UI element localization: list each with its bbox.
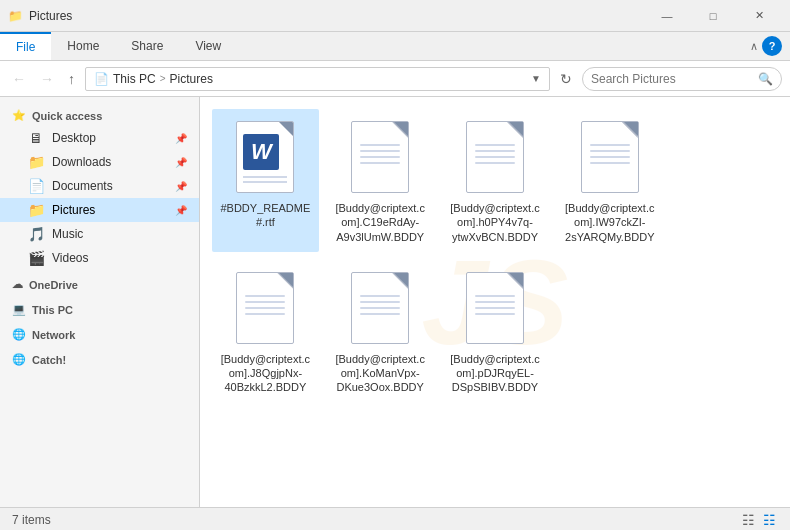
path-icon: 📄: [94, 72, 109, 86]
network-section: 🌐 Network: [0, 324, 199, 345]
sidebar: ⭐ Quick access 🖥 Desktop 📌 📁 Downloads 📌…: [0, 97, 200, 507]
sidebar-item-desktop[interactable]: 🖥 Desktop 📌: [0, 126, 199, 150]
tab-share[interactable]: Share: [115, 32, 179, 60]
active-arrow-pictures: 📌: [175, 205, 187, 216]
thispc-section: 💻 This PC: [0, 299, 199, 320]
address-path[interactable]: 📄 This PC > Pictures ▼: [85, 67, 550, 91]
star-icon: ⭐: [12, 109, 26, 122]
address-bar: ← → ↑ 📄 This PC > Pictures ▼ ↻ 🔍: [0, 61, 790, 97]
catch-section: 🌐 Catch!: [0, 349, 199, 370]
file-icon-4: [229, 268, 301, 348]
minimize-button[interactable]: —: [644, 0, 690, 32]
forward-button[interactable]: →: [36, 69, 58, 89]
desktop-icon: 🖥: [28, 130, 44, 146]
pin-icon-desktop: 📌: [175, 133, 187, 144]
file-label-5: [Buddy@criptext.com].KoManVpx-DKue3Oox.B…: [335, 352, 425, 395]
catch-label: Catch!: [32, 354, 66, 366]
videos-icon: 🎬: [28, 250, 44, 266]
word-badge: W: [243, 134, 279, 170]
onedrive-label: OneDrive: [29, 279, 78, 291]
maximize-button[interactable]: □: [690, 0, 736, 32]
catch-icon: 🌐: [12, 353, 26, 366]
file-icon-word: W: [229, 117, 301, 197]
file-item-readme[interactable]: W #BDDY_README#.rtf: [212, 109, 319, 252]
files-area: W #BDDY_README#.rtf: [200, 97, 790, 415]
file-label-3: [Buddy@criptext.com].IW97ckZI-2sYARQMy.B…: [565, 201, 655, 244]
sidebar-item-onedrive[interactable]: ☁ OneDrive: [0, 274, 199, 295]
sidebar-item-music[interactable]: 🎵 Music: [0, 222, 199, 246]
file-label-1: [Buddy@criptext.com].C19eRdAy-A9v3lUmW.B…: [335, 201, 425, 244]
pin-icon-downloads: 📌: [175, 157, 187, 168]
network-label: Network: [32, 329, 75, 341]
file-icon-2: [459, 117, 531, 197]
close-button[interactable]: ✕: [736, 0, 782, 32]
music-icon: 🎵: [28, 226, 44, 242]
file-label-0: #BDDY_README#.rtf: [220, 201, 310, 230]
sidebar-item-thispc[interactable]: 💻 This PC: [0, 299, 199, 320]
file-item-6[interactable]: [Buddy@criptext.com].pDJRqyEL-DSpSBIBV.B…: [442, 260, 549, 403]
path-thispc[interactable]: This PC: [113, 72, 156, 86]
refresh-button[interactable]: ↻: [556, 69, 576, 89]
file-label-2: [Buddy@criptext.com].h0PY4v7q-ytwXvBCN.B…: [450, 201, 540, 244]
file-item-1[interactable]: [Buddy@criptext.com].C19eRdAy-A9v3lUmW.B…: [327, 109, 434, 252]
file-label-6: [Buddy@criptext.com].pDJRqyEL-DSpSBIBV.B…: [450, 352, 540, 395]
file-item-2[interactable]: [Buddy@criptext.com].h0PY4v7q-ytwXvBCN.B…: [442, 109, 549, 252]
sidebar-item-downloads[interactable]: 📁 Downloads 📌: [0, 150, 199, 174]
status-bar: 7 items ☷ ☷: [0, 507, 790, 530]
sidebar-item-catch[interactable]: 🌐 Catch!: [0, 349, 199, 370]
quick-access-label: Quick access: [32, 110, 102, 122]
pin-icon-documents: 📌: [175, 181, 187, 192]
files-wrapper: JS W #BDDY_RE: [200, 97, 790, 507]
help-button[interactable]: ?: [762, 36, 782, 56]
sidebar-item-documents[interactable]: 📄 Documents 📌: [0, 174, 199, 198]
path-pictures[interactable]: Pictures: [170, 72, 213, 86]
file-item-4[interactable]: [Buddy@criptext.com].J8QgjpNx-40BzkkL2.B…: [212, 260, 319, 403]
search-box[interactable]: 🔍: [582, 67, 782, 91]
list-view-button[interactable]: ☷: [740, 510, 757, 530]
view-controls: ☷ ☷: [740, 510, 778, 530]
ribbon-tabs: File Home Share View ∧ ?: [0, 32, 790, 60]
quick-access-header[interactable]: ⭐ Quick access: [0, 105, 199, 126]
sidebar-label-desktop: Desktop: [52, 131, 96, 145]
file-icon-6: [459, 268, 531, 348]
pictures-icon: 📁: [28, 202, 44, 218]
window-controls: — □ ✕: [644, 0, 782, 32]
sidebar-label-documents: Documents: [52, 179, 113, 193]
main-container: ⭐ Quick access 🖥 Desktop 📌 📁 Downloads 📌…: [0, 97, 790, 507]
tab-home[interactable]: Home: [51, 32, 115, 60]
window-icon: 📁: [8, 9, 23, 23]
sidebar-label-music: Music: [52, 227, 83, 241]
path-sep-1: >: [160, 73, 166, 84]
sidebar-label-videos: Videos: [52, 251, 88, 265]
sidebar-label-downloads: Downloads: [52, 155, 111, 169]
tab-view[interactable]: View: [179, 32, 237, 60]
up-button[interactable]: ↑: [64, 69, 79, 89]
file-icon-1: [344, 117, 416, 197]
path-dropdown-icon[interactable]: ▼: [531, 73, 541, 84]
documents-icon: 📄: [28, 178, 44, 194]
file-item-3[interactable]: [Buddy@criptext.com].IW97ckZI-2sYARQMy.B…: [556, 109, 663, 252]
sidebar-item-pictures[interactable]: 📁 Pictures 📌: [0, 198, 199, 222]
file-icon-5: [344, 268, 416, 348]
title-bar: 📁 Pictures — □ ✕: [0, 0, 790, 32]
sidebar-label-pictures: Pictures: [52, 203, 95, 217]
onedrive-icon: ☁: [12, 278, 23, 291]
grid-view-button[interactable]: ☷: [761, 510, 778, 530]
sidebar-item-videos[interactable]: 🎬 Videos: [0, 246, 199, 270]
window-title: Pictures: [29, 9, 72, 23]
downloads-icon: 📁: [28, 154, 44, 170]
back-button[interactable]: ←: [8, 69, 30, 89]
file-icon-3: [574, 117, 646, 197]
search-icon: 🔍: [758, 72, 773, 86]
quick-access-section: ⭐ Quick access 🖥 Desktop 📌 📁 Downloads 📌…: [0, 105, 199, 270]
tab-file[interactable]: File: [0, 32, 51, 60]
ribbon-collapse-button[interactable]: ∧: [750, 40, 758, 53]
item-count: 7 items: [12, 513, 51, 527]
ribbon: File Home Share View ∧ ?: [0, 32, 790, 61]
sidebar-item-network[interactable]: 🌐 Network: [0, 324, 199, 345]
file-label-4: [Buddy@criptext.com].J8QgjpNx-40BzkkL2.B…: [220, 352, 310, 395]
search-input[interactable]: [591, 72, 758, 86]
file-item-5[interactable]: [Buddy@criptext.com].KoManVpx-DKue3Oox.B…: [327, 260, 434, 403]
onedrive-section: ☁ OneDrive: [0, 274, 199, 295]
thispc-label: This PC: [32, 304, 73, 316]
